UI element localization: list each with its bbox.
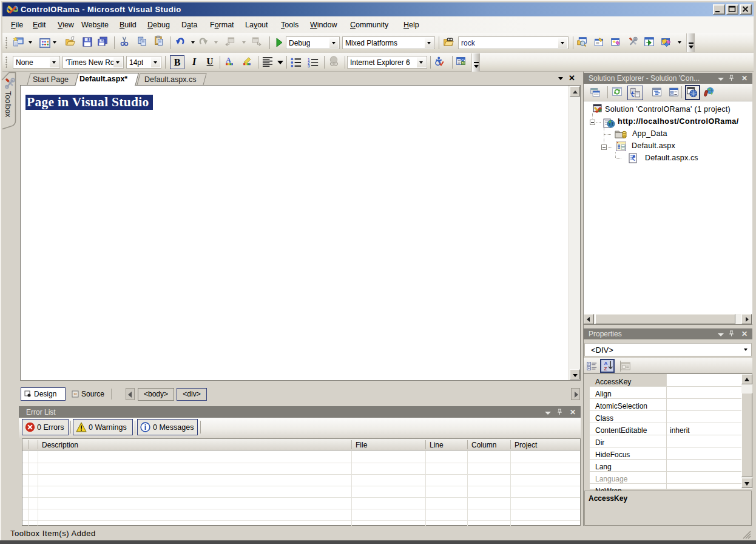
svg-text:3: 3 <box>308 64 310 68</box>
svg-text:A: A <box>226 56 231 64</box>
svg-text:A: A <box>604 361 607 366</box>
svg-text:Z: Z <box>604 366 607 371</box>
